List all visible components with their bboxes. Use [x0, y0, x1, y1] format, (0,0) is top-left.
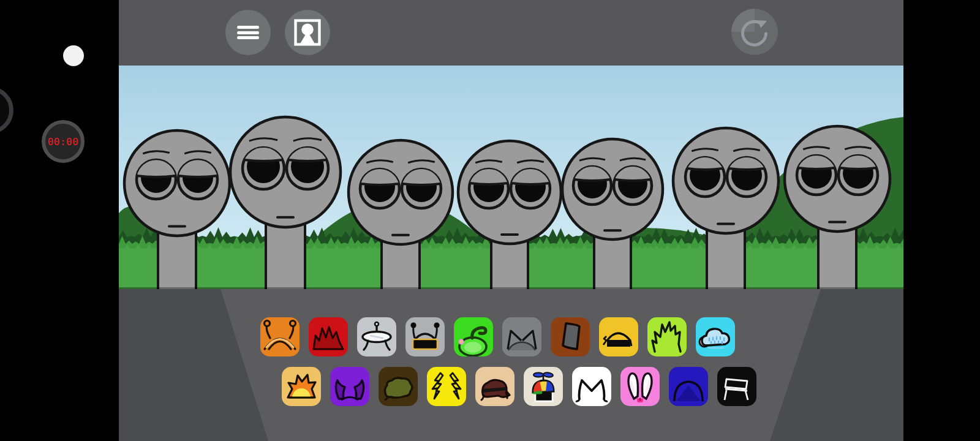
bucket-hat-icon	[551, 317, 590, 356]
cat-ears-outline-icon	[572, 367, 611, 406]
reset-button[interactable]	[731, 9, 778, 55]
pepper-vine-icon	[454, 317, 493, 356]
sound-tile-propeller-beanie[interactable]	[524, 367, 563, 406]
saucer-hat-icon	[357, 317, 396, 356]
recorder-timer[interactable]: 00:00	[42, 120, 85, 163]
sound-tile-lightning-bolts[interactable]	[427, 367, 466, 406]
lightning-bolts-icon	[427, 367, 466, 406]
bottom-panel	[119, 289, 903, 441]
sound-tile-moss-wig[interactable]	[379, 367, 418, 406]
sound-tile-spiky-crown[interactable]	[309, 317, 348, 356]
recorder-dot-button[interactable]	[63, 45, 84, 66]
bench-icon	[717, 367, 756, 406]
sound-tile-bucket-hat[interactable]	[551, 317, 590, 356]
propeller-beanie-icon	[524, 367, 563, 406]
sound-tile-sunrise[interactable]	[282, 367, 321, 406]
antennae-headband-icon	[260, 317, 300, 356]
fedora-hair-icon	[475, 367, 514, 406]
rain-cloud-icon	[696, 317, 735, 356]
moss-wig-icon	[379, 367, 418, 406]
person-portrait-icon	[285, 9, 330, 56]
stage	[119, 66, 903, 289]
sunrise-icon	[282, 367, 321, 406]
devil-horns-icon	[330, 367, 369, 406]
hood-icon	[669, 367, 708, 406]
menu-button[interactable]	[225, 10, 271, 55]
game-area	[119, 0, 903, 441]
reset-arrow-icon	[731, 9, 778, 55]
sound-tile-rain-cloud[interactable]	[696, 317, 735, 356]
sound-tile-bench[interactable]	[717, 367, 756, 406]
hamburger-icon	[237, 24, 259, 42]
sound-tile-devil-horns[interactable]	[330, 367, 369, 406]
sound-tile-visor-dome[interactable]	[599, 317, 638, 356]
avatar-button[interactable]	[285, 10, 330, 55]
sound-tile-antennae-headband[interactable]	[260, 317, 300, 356]
sound-tile-fedora-hair[interactable]	[475, 367, 514, 406]
sound-tile-row-2	[282, 367, 756, 406]
sound-tile-visor-antennae[interactable]	[405, 317, 445, 356]
sound-tile-spiky-hair[interactable]	[647, 317, 687, 356]
phone-screen: 00:00	[0, 0, 980, 441]
sound-tile-row-1	[260, 317, 735, 356]
spiky-hair-icon	[647, 317, 687, 356]
sound-tile-saucer-hat[interactable]	[357, 317, 396, 356]
spiky-crown-icon	[309, 317, 348, 356]
visor-dome-icon	[599, 317, 638, 356]
edge-ring-widget[interactable]	[0, 86, 13, 134]
sound-tile-cat-ears-outline[interactable]	[572, 367, 611, 406]
sound-tile-bunny-ears[interactable]	[620, 367, 660, 406]
sound-tile-hood[interactable]	[669, 367, 708, 406]
sound-tile-pepper-vine[interactable]	[454, 317, 493, 356]
bunny-ears-icon	[620, 367, 660, 406]
visor-antennae-icon	[405, 317, 445, 356]
sound-tile-cat-ears[interactable]	[502, 317, 541, 356]
recorder-timer-value: 00:00	[48, 136, 79, 148]
cat-ears-icon	[502, 317, 541, 356]
